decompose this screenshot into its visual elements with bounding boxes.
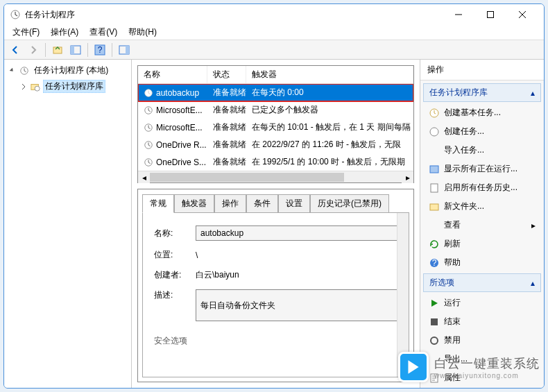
action-import[interactable]: 导入任务... [422,141,542,160]
actions-section-label: 任务计划程序库 [429,87,488,99]
tab-settings[interactable]: 设置 [278,194,310,213]
column-trigger[interactable]: 触发器 [246,66,413,83]
task-icon [144,123,153,133]
action-new-folder[interactable]: 新文件夹... [422,197,542,216]
action-create-basic[interactable]: 创建基本任务... [422,103,542,122]
minimize-button[interactable] [443,4,474,25]
play-icon [429,298,440,309]
name-field[interactable] [196,225,397,241]
tab-body: 名称: 位置: \ 创建者: 白云\baiyun 描述: [142,212,409,377]
up-button[interactable] [49,42,66,58]
action-help[interactable]: ?帮助 [422,253,542,272]
actions-pane: 操作 任务计划程序库 ▴ 创建基本任务... 创建任务... 导入任务... 显… [420,60,544,388]
expand-icon[interactable] [19,83,28,91]
actions-section-library[interactable]: 任务计划程序库 ▴ [423,83,541,102]
security-options-label: 安全选项 [154,335,397,347]
action-end[interactable]: 结束 [422,312,542,331]
svg-text:?: ? [432,258,437,268]
task-icon [144,140,153,150]
action-label: 运行 [444,297,461,309]
tree-library-label: 任务计划程序库 [43,80,105,93]
action-show-running[interactable]: 显示所有正在运行... [422,160,542,178]
refresh-icon [429,239,440,250]
scroll-left-icon[interactable]: ◂ [138,171,150,183]
desc-field[interactable] [196,289,397,321]
task-row[interactable]: OneDrive S... 准备就绪 在 1992/5/1 的 10:00 时 … [138,153,413,171]
author-label: 创建者: [154,269,196,281]
scroll-thumb[interactable] [150,173,344,182]
task-trigger: 已定义多个触发器 [252,104,318,116]
action-label: 创建任务... [444,126,484,137]
menubar: 文件(F) 操作(A) 查看(V) 帮助(H) [4,25,544,40]
tree-root[interactable]: 任务计划程序 (本地) [6,62,130,78]
action-delete[interactable]: 删除 [422,387,542,388]
action-view[interactable]: 查看▸ [422,216,542,235]
task-status: 准备就绪 [213,139,246,151]
collapse-icon[interactable] [8,67,17,75]
window-title: 任务计划程序 [25,9,443,21]
toggle-tree-icon[interactable] [67,42,84,58]
actions-section-selected[interactable]: 所选项 ▴ [423,273,541,292]
import-icon [429,145,440,156]
task-row[interactable]: MicrosoftE... 准备就绪 已定义多个触发器 [138,101,413,119]
scroll-right-icon[interactable]: ▸ [402,171,413,183]
task-name: autobackup [156,88,199,98]
column-status[interactable]: 状态 [207,66,246,83]
actions-section-label: 所选项 [429,277,454,289]
action-label: 结束 [444,316,461,327]
center-pane: 名称 状态 触发器 autobackup 准备就绪 在每天的 0:00 Micr… [132,60,420,388]
task-status: 准备就绪 [213,104,246,116]
blank-icon [429,220,440,231]
column-name[interactable]: 名称 [138,66,207,83]
svg-point-18 [430,128,438,136]
task-icon [144,157,153,167]
help-icon[interactable]: ? [92,42,108,58]
task-status: 准备就绪 [213,121,246,133]
panel-icon[interactable] [116,42,132,58]
action-properties[interactable]: 属性 [422,368,542,387]
task-row[interactable]: MicrosoftE... 准备就绪 在每天的 10:01 - 触发后，在 1 … [138,119,413,136]
task-row[interactable]: autobackup 准备就绪 在每天的 0:00 [138,84,413,101]
back-button[interactable] [7,42,24,58]
tab-conditions[interactable]: 条件 [246,194,278,213]
horizontal-scrollbar[interactable]: ◂ ▸ [138,171,413,182]
action-label: 查看 [444,219,461,231]
vertical-scrollbar[interactable] [397,213,409,377]
location-label: 位置: [154,249,196,261]
menu-help[interactable]: 帮助(H) [123,25,162,40]
tab-actions[interactable]: 操作 [214,194,246,213]
task-name: OneDrive R... [156,140,207,150]
tab-triggers[interactable]: 触发器 [174,194,214,213]
desc-label: 描述: [154,289,196,301]
task-row[interactable]: OneDrive R... 准备就绪 在 2022/9/27 的 11:26 时… [138,136,413,153]
name-label: 名称: [154,228,196,239]
action-enable-history[interactable]: 启用所有任务历史... [422,178,542,197]
action-refresh[interactable]: 刷新 [422,235,542,253]
close-button[interactable] [506,4,538,25]
maximize-button[interactable] [474,4,506,25]
action-label: 导入任务... [444,144,484,156]
forward-button[interactable] [25,42,42,58]
tree-library[interactable]: 任务计划程序库 [17,78,130,94]
svg-rect-24 [431,318,438,325]
task-name: MicrosoftE... [156,123,203,133]
menu-file[interactable]: 文件(F) [7,25,45,40]
action-label: 显示所有正在运行... [444,163,517,175]
action-export[interactable]: 导出... [422,350,542,368]
action-run[interactable]: 运行 [422,293,542,312]
task-name: MicrosoftE... [156,105,203,115]
tab-general[interactable]: 常规 [142,194,174,213]
chevron-right-icon: ▸ [531,221,536,230]
action-label: 创建基本任务... [444,107,501,119]
menu-action[interactable]: 操作(A) [45,25,84,40]
toolbar-separator [45,43,46,57]
tab-history[interactable]: 历史记录(已禁用) [310,194,389,213]
disable-icon [429,335,440,346]
svg-point-25 [431,337,438,344]
stop-icon [429,316,440,327]
menu-view[interactable]: 查看(V) [84,25,123,40]
action-create-task[interactable]: 创建任务... [422,122,542,141]
toolbar-separator [87,43,88,57]
task-name: OneDrive S... [156,157,206,167]
action-disable[interactable]: 禁用 [422,331,542,350]
